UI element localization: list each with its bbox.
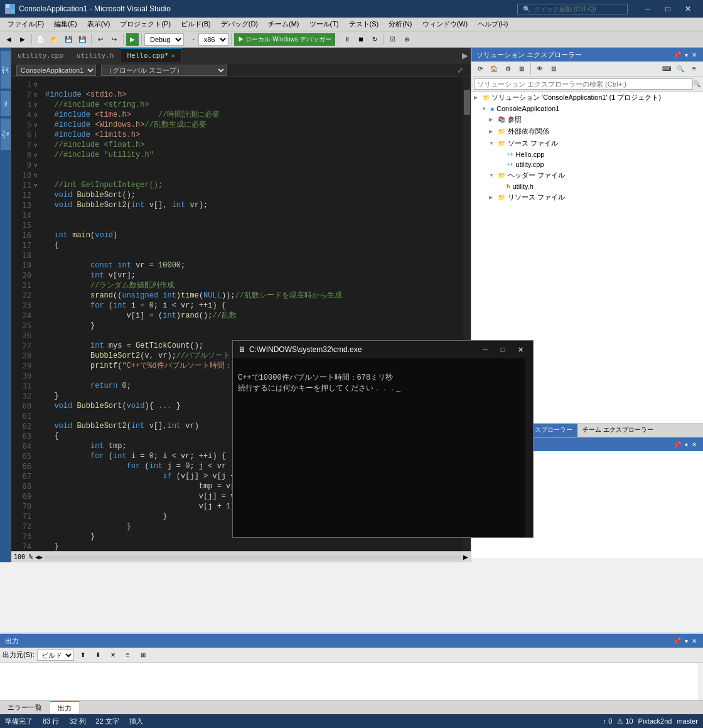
menu-file[interactable]: ファイル(F)	[3, 18, 49, 30]
se-search-input[interactable]	[474, 78, 693, 90]
output-pin-btn[interactable]: 📌	[672, 638, 682, 645]
prop-pin-btn[interactable]: 📌	[672, 441, 682, 448]
toolbar-bp2[interactable]: ⊕	[400, 33, 413, 46]
prop-arrow-btn[interactable]: ▾	[684, 441, 689, 448]
toolbar-sep6	[338, 34, 338, 45]
toolbar-back[interactable]: ◀	[3, 33, 15, 46]
output-btn2[interactable]: ⬇	[92, 649, 104, 661]
menu-build[interactable]: ビルド(B)	[176, 18, 216, 30]
status-font: Pixtack2nd	[638, 717, 672, 725]
menu-project[interactable]: プロジェクト(P)	[115, 18, 176, 30]
se-more-btn[interactable]: ≡	[688, 63, 700, 75]
toolbar-save[interactable]: 💾	[62, 33, 75, 46]
tree-utility-h[interactable]: h utility.h	[471, 181, 703, 191]
solution-explorer-header: ソリューション エクスプローラー 📌 ▾ ✕	[471, 48, 703, 62]
tab-output[interactable]: 出力	[50, 701, 80, 714]
activity-prop[interactable]: ﾌﾟﾛﾊﾟﾃｨ	[1, 119, 11, 150]
cmd-scrollbar[interactable]	[525, 358, 533, 537]
toolbar-saveall[interactable]: 💾	[76, 33, 89, 46]
toolbar-redo[interactable]: ↪	[108, 33, 121, 46]
prop-close-btn[interactable]: ✕	[690, 441, 698, 448]
tree-header-files[interactable]: ▼ 📁 ヘッダー ファイル	[471, 169, 703, 181]
close-button[interactable]: ✕	[678, 0, 698, 18]
toolbar-bp1[interactable]: ☑	[387, 33, 399, 46]
menu-view[interactable]: 表示(V)	[82, 18, 115, 30]
menu-debug[interactable]: デバッグ(D)	[216, 18, 263, 30]
menu-tools[interactable]: ツール(T)	[304, 18, 344, 30]
menu-help[interactable]: ヘルプ(H)	[473, 18, 513, 30]
output-btn3[interactable]: ✕	[107, 649, 119, 661]
se-pin-btn[interactable]: 📌	[672, 51, 682, 58]
toolbar-fwd[interactable]: ▶	[16, 33, 29, 46]
toolbar-new[interactable]: 📄	[35, 33, 47, 46]
output-scrollbar[interactable]	[698, 663, 703, 700]
se-home-btn[interactable]: 🏠	[488, 63, 500, 75]
toolbar-stop[interactable]: ⏹	[355, 33, 367, 46]
tree-hello-cpp[interactable]: ++ Hello.cpp	[471, 149, 703, 159]
toolbar-pause[interactable]: ⏸	[341, 33, 353, 46]
se-arrow-btn[interactable]: ▾	[684, 51, 689, 58]
platform-dropdown[interactable]: x86	[198, 33, 228, 46]
activity-class[interactable]: ｸﾗｽ	[1, 91, 11, 116]
tree-references[interactable]: ▶ 📚 参照	[471, 114, 703, 126]
se-prop-btn[interactable]: ⌨	[660, 63, 673, 75]
tree-solution[interactable]: ▶ 📁 ソリューション 'ConsoleApplication1' (1 プロジ…	[471, 92, 703, 104]
cmd-controls: ─ □ ✕	[478, 343, 528, 356]
menu-edit[interactable]: 編集(E)	[49, 18, 82, 30]
zoom-scroll-btn[interactable]: ▶	[463, 554, 468, 560]
output-btn1[interactable]: ⬆	[77, 649, 89, 661]
output-source-select[interactable]: ビルド	[37, 650, 74, 661]
tab-utility-h[interactable]: utility.h	[70, 49, 121, 62]
tree-resource-files[interactable]: ▶ 📁 リソース ファイル	[471, 191, 703, 203]
debug-run-button[interactable]: ▶ ローカル Windows デバッガー	[234, 33, 335, 46]
tab-close-icon[interactable]: ✕	[171, 52, 175, 59]
output-close-btn[interactable]: ✕	[690, 638, 698, 645]
se-preview-btn[interactable]: 👁	[534, 63, 546, 75]
se-sync-btn[interactable]: ⟳	[474, 63, 486, 75]
menu-analyze[interactable]: 分析(N)	[384, 18, 417, 30]
tab-hello-cpp[interactable]: Hello.cpp* ✕	[121, 48, 181, 62]
app-title: ConsoleApplication1 - Microsoft Visual S…	[19, 4, 171, 13]
tree-external-deps[interactable]: ▶ 📁 外部依存関係	[471, 126, 703, 137]
toolbar-sep1	[31, 34, 32, 45]
menu-window[interactable]: ウィンドウ(W)	[417, 18, 473, 30]
se-search-btn[interactable]: 🔍	[674, 63, 687, 75]
cmd-minimize-btn[interactable]: ─	[478, 343, 493, 356]
cmd-maximize-btn[interactable]: □	[495, 343, 510, 356]
menu-team[interactable]: チーム(M)	[263, 18, 304, 30]
tree-project[interactable]: ▼ ■ ConsoleApplication1	[471, 104, 703, 114]
tab-error-list[interactable]: エラー一覧	[0, 701, 50, 714]
se-collapse-btn[interactable]: ⊟	[547, 63, 560, 75]
fold-gutter: ▽ ▽ ▽ ▽ ▽ │ ▽	[34, 77, 41, 551]
tab-scroll-right[interactable]: ▶	[459, 48, 471, 63]
tab-utility-cpp[interactable]: utility.cpp	[11, 49, 70, 62]
config-dropdown[interactable]: Debug	[144, 33, 184, 46]
toolbar-run[interactable]: ▶	[126, 33, 139, 46]
toolbar-undo[interactable]: ↩	[94, 33, 107, 46]
tree-utility-cpp[interactable]: ++ utility.cpp	[471, 159, 703, 169]
tab-team-explorer[interactable]: チーム エクスプローラー	[577, 424, 658, 437]
output-btn5[interactable]: ⊞	[137, 649, 149, 661]
minimize-button[interactable]: ─	[638, 0, 658, 18]
project-scope-select[interactable]: ConsoleApplication1	[16, 65, 96, 76]
tree-source-files[interactable]: ▼ 📁 ソース ファイル	[471, 137, 703, 149]
se-close-btn[interactable]: ✕	[690, 51, 698, 58]
se-search-go[interactable]: 🔍	[693, 80, 700, 87]
output-arrow-btn[interactable]: ▾	[684, 638, 689, 645]
editor-maximize-btn[interactable]: ⤢	[454, 66, 466, 75]
toolbar-sep2	[91, 34, 92, 45]
toolbar-open[interactable]: 📂	[48, 33, 61, 46]
output-btn4[interactable]: ≡	[122, 649, 134, 661]
menu-test[interactable]: テスト(S)	[344, 18, 384, 30]
se-filter-btn[interactable]: ⊞	[515, 63, 528, 75]
title-bar: ConsoleApplication1 - Microsoft Visual S…	[0, 0, 703, 18]
maximize-button[interactable]: □	[658, 0, 678, 18]
activity-solution[interactable]: ｿﾘｭｰｼｮﾝ	[1, 51, 11, 88]
global-scope-select[interactable]: （グローバル スコープ）	[101, 65, 227, 76]
quick-search-input[interactable]	[534, 6, 622, 13]
se-settings-btn[interactable]: ⚙	[502, 63, 514, 75]
cmd-close-btn[interactable]: ✕	[513, 343, 528, 356]
status-branch: master	[677, 717, 698, 725]
toolbar-restart[interactable]: ↻	[368, 33, 381, 46]
svg-rect-1	[11, 4, 14, 8]
